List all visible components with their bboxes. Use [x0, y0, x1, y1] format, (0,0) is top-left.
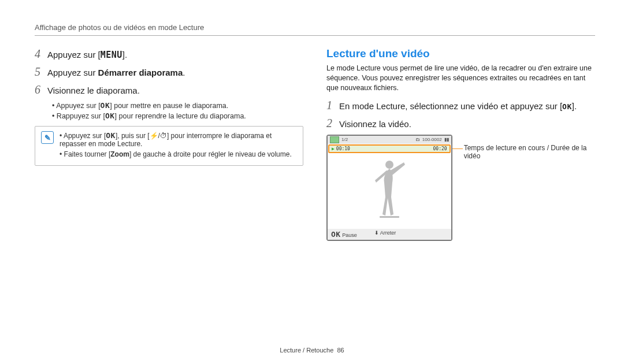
- note-line2: Faites tourner [Zoom] de gauche à droite…: [60, 150, 297, 158]
- total-time: 00:20: [433, 146, 447, 151]
- stop-label: Arreter: [380, 230, 396, 236]
- step6-sub2: Rappuyez sur [OK] pour reprendre la lect…: [52, 112, 303, 120]
- ok-key-icon: OK: [101, 101, 110, 110]
- svg-rect-1: [380, 216, 399, 218]
- note-box: ✎ Appuyez sur [OK], puis sur [⚡/⏱] pour …: [35, 126, 303, 166]
- step6-sub1: Appuyez sur [OK] pour mettre en pause le…: [52, 101, 303, 110]
- elapsed-time: 00:10: [336, 146, 350, 151]
- footer-section: Lecture / Retouche: [280, 347, 333, 354]
- step-num-4: 4: [35, 47, 47, 61]
- timer-icon: ⏱: [160, 132, 167, 140]
- step5-text-a: Appuyez sur: [47, 68, 98, 77]
- rstep2-text: Visionnez la vidéo.: [339, 119, 595, 129]
- callout-text: Temps de lecture en cours / Durée de la …: [464, 144, 587, 160]
- divider: [35, 35, 595, 36]
- zoom-control: Zoom: [110, 150, 129, 158]
- step6-text: Visionnez le diaporama.: [47, 86, 303, 95]
- step5-text-b: .: [183, 68, 185, 77]
- sub1-b: ] pour mettre en pause le diaporama.: [110, 102, 228, 110]
- time-bar: ▶ 00:10 00:20: [328, 144, 451, 153]
- note-line1: Appuyez sur [OK], puis sur [⚡/⏱] pour in…: [60, 131, 297, 148]
- step-num-6: 6: [35, 83, 47, 96]
- breadcrumb: Affichage de photos ou de vidéos en mode…: [35, 23, 595, 32]
- callout-leader-line: [452, 148, 463, 149]
- video-counter: 1/2: [341, 137, 348, 142]
- note-icon: ✎: [41, 131, 54, 144]
- svg-point-0: [385, 161, 393, 169]
- note1-a: Appuyez sur [: [64, 132, 106, 140]
- down-icon: ⬇: [374, 230, 379, 236]
- play-icon: ▶: [332, 146, 335, 151]
- step4-text-a: Appuyez sur [: [47, 50, 101, 60]
- step-4: 4 Appuyez sur [MENU].: [35, 47, 303, 61]
- skater-silhouette-icon: [363, 157, 415, 226]
- menu-key-icon: MENU: [101, 50, 122, 60]
- sub1-a: Appuyez sur [: [56, 102, 100, 110]
- pause-label: Pause: [342, 232, 357, 238]
- step5-bold: Démarrer diaporama: [98, 68, 183, 77]
- step-2-right: 2 Visionnez la vidéo.: [326, 117, 595, 130]
- folder-icon: 🗀: [415, 137, 420, 142]
- sub2-b: ] pour reprendre la lecture du diaporama…: [115, 112, 246, 120]
- video-section-desc: Le mode Lecture vous permet de lire une …: [326, 64, 595, 93]
- page-footer: Lecture / Retouche 86: [0, 347, 624, 354]
- step-num-2: 2: [326, 117, 339, 130]
- flash-icon: ⚡: [150, 132, 158, 140]
- step-num-5: 5: [35, 65, 47, 79]
- rstep1-a: En mode Lecture, sélectionnez une vidéo …: [339, 101, 562, 111]
- step-1-right: 1 En mode Lecture, sélectionnez une vidé…: [326, 99, 595, 112]
- file-number: 100-0002: [422, 137, 442, 142]
- note2-a: Faites tourner [: [64, 150, 111, 158]
- video-playback-screenshot: 1/2 🗀 100-0002 ▮▮ ▶ 00:10 00:20: [326, 135, 452, 241]
- ok-key-icon: OK: [562, 102, 572, 111]
- battery-icon: ▮▮: [444, 137, 449, 142]
- ok-key-icon: OK: [331, 230, 341, 239]
- rstep1-b: ].: [572, 101, 577, 111]
- footer-page-number: 86: [337, 347, 344, 354]
- step4-text-b: ].: [122, 50, 127, 60]
- ok-key-icon: OK: [105, 112, 115, 120]
- time-callout: Temps de lecture en cours / Durée de la …: [458, 144, 595, 241]
- video-frame: [328, 154, 451, 229]
- video-section-title: Lecture d'une vidéo: [326, 47, 595, 60]
- step-num-1: 1: [326, 99, 339, 112]
- note1-mid: ], puis sur [: [116, 132, 150, 140]
- note2-b: ] de gauche à droite pour régler le nive…: [129, 150, 292, 158]
- ok-key-icon: OK: [106, 131, 116, 140]
- step-6: 6 Visionnez le diaporama.: [35, 83, 303, 96]
- step-5: 5 Appuyez sur Démarrer diaporama.: [35, 65, 303, 79]
- thumbnail-icon: [330, 136, 339, 143]
- sub2-a: Rappuyez sur [: [57, 112, 105, 120]
